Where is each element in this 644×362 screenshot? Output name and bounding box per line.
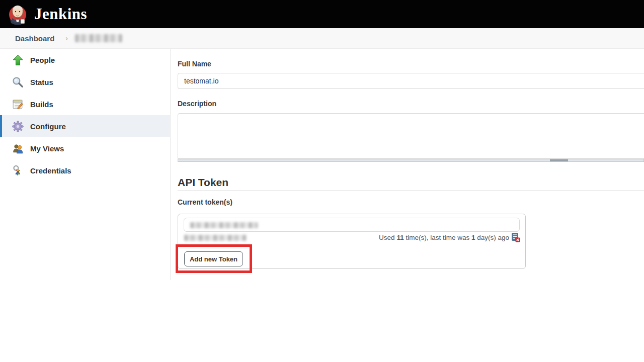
usage-prefix: Used [379, 234, 396, 241]
description-textarea[interactable] [178, 113, 644, 159]
sidebar-item-label: Status [30, 78, 53, 86]
breadcrumb-dashboard-link[interactable]: Dashboard [15, 34, 54, 43]
revoke-token-icon[interactable] [511, 232, 521, 242]
top-header-bar: Jenkins [0, 0, 644, 28]
sidebar-item-label: Builds [30, 100, 53, 109]
usage-count: 11 [396, 234, 404, 241]
sidebar-item-label: People [30, 56, 55, 64]
token-name-redacted [190, 222, 258, 228]
sidebar-item-label: Credentials [30, 166, 71, 175]
sidebar-item-my-views[interactable]: My Views [0, 137, 170, 159]
gear-icon [12, 120, 24, 133]
sidebar-item-configure[interactable]: Configure [0, 115, 170, 137]
chevron-right-icon: › [65, 34, 68, 42]
current-tokens-label: Current token(s) [178, 198, 232, 206]
sidebar-item-builds[interactable]: Builds [0, 93, 170, 115]
sidebar-item-label: Configure [30, 122, 66, 131]
breadcrumb-user-link-redacted[interactable] [75, 34, 122, 42]
description-label: Description [178, 100, 216, 108]
jenkins-butler-icon[interactable] [7, 3, 28, 26]
usage-middle: time(s), last time was [404, 234, 471, 241]
usage-suffix: day(s) ago [475, 234, 509, 241]
notepad-icon [12, 98, 24, 111]
sidebar-item-label: My Views [30, 144, 64, 153]
add-new-token-button[interactable]: Add new Token [184, 251, 243, 266]
full-name-label: Full Name [178, 60, 211, 68]
sidebar-divider [170, 49, 171, 280]
sidebar-item-people[interactable]: People [0, 49, 170, 71]
arrow-up-icon [12, 54, 24, 66]
textarea-resize-bar[interactable] [178, 159, 644, 162]
token-usage-text: Used 11 time(s), last time was 1 day(s) … [178, 234, 509, 241]
breadcrumb: Dashboard › [0, 28, 644, 49]
people-icon [12, 142, 24, 155]
full-name-input[interactable] [178, 73, 644, 89]
selected-indicator [0, 115, 2, 137]
jenkins-wordmark[interactable]: Jenkins [34, 5, 87, 23]
sidebar-item-credentials[interactable]: Credentials [0, 159, 170, 182]
jenkins-user-configure-page: Jenkins Dashboard › People Status [0, 0, 644, 362]
credentials-icon [12, 164, 24, 177]
token-name-input[interactable] [184, 218, 520, 232]
sidebar-nav: People Status Builds [0, 49, 170, 182]
api-token-heading: API Token [178, 176, 228, 189]
textarea-resize-grip-icon[interactable] [550, 159, 568, 161]
section-divider [178, 190, 644, 191]
magnifier-icon [12, 76, 24, 88]
sidebar-item-status[interactable]: Status [0, 71, 170, 93]
